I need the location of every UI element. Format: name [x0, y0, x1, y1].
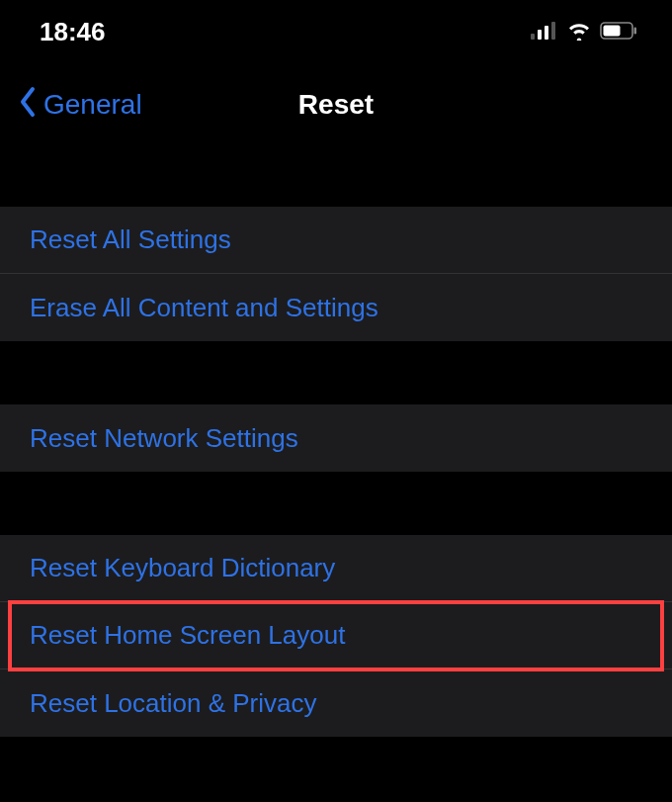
back-button-label: General	[43, 89, 142, 121]
page-title: Reset	[298, 89, 374, 121]
battery-icon	[600, 22, 637, 44]
status-icons	[531, 21, 637, 45]
svg-rect-3	[551, 22, 555, 40]
spacer	[0, 341, 672, 404]
list-item-label: Reset Keyboard Dictionary	[30, 553, 335, 583]
list-group: Reset Keyboard Dictionary Reset Home Scr…	[0, 535, 672, 737]
spacer	[0, 472, 672, 535]
reset-location-privacy-item[interactable]: Reset Location & Privacy	[0, 669, 672, 737]
list-item-label: Reset Location & Privacy	[30, 688, 316, 719]
chevron-left-icon	[18, 86, 38, 125]
status-bar: 18:46	[0, 0, 672, 64]
spacer	[0, 145, 672, 207]
list-group: Reset Network Settings	[0, 404, 672, 472]
list-item-label: Reset All Settings	[30, 224, 231, 255]
svg-rect-6	[634, 27, 637, 34]
reset-keyboard-dictionary-item[interactable]: Reset Keyboard Dictionary	[0, 535, 672, 602]
list-item-label: Reset Home Screen Layout	[30, 620, 345, 651]
erase-all-content-item[interactable]: Erase All Content and Settings	[0, 274, 672, 341]
list-item-label: Erase All Content and Settings	[30, 293, 378, 323]
reset-home-screen-layout-item[interactable]: Reset Home Screen Layout	[0, 602, 672, 669]
navigation-bar: General Reset	[0, 64, 672, 145]
back-button[interactable]: General	[18, 86, 142, 125]
spacer	[0, 737, 672, 796]
highlighted-item-wrapper: Reset Home Screen Layout	[0, 602, 672, 669]
cellular-signal-icon	[531, 22, 558, 44]
status-time: 18:46	[40, 17, 106, 47]
reset-network-settings-item[interactable]: Reset Network Settings	[0, 404, 672, 472]
wifi-icon	[566, 21, 592, 45]
svg-rect-2	[545, 26, 548, 40]
reset-all-settings-item[interactable]: Reset All Settings	[0, 207, 672, 274]
list-group: Reset All Settings Erase All Content and…	[0, 207, 672, 341]
list-item-label: Reset Network Settings	[30, 423, 298, 454]
svg-rect-0	[531, 34, 535, 40]
svg-rect-5	[604, 25, 621, 36]
svg-rect-1	[538, 30, 542, 40]
